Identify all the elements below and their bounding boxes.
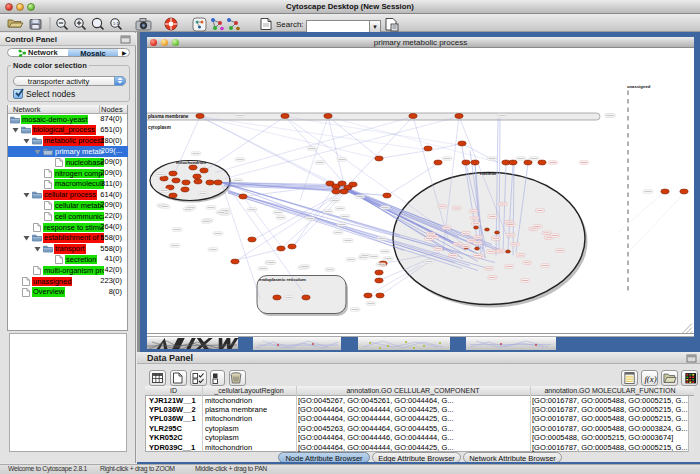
svg-text:endoplasmic reticulum: endoplasmic reticulum	[259, 277, 306, 282]
svg-text:1:1: 1:1	[113, 21, 119, 26]
svg-text:unassigned: unassigned	[627, 83, 651, 88]
svg-text:f(x): f(x)	[644, 374, 656, 384]
svg-text:Search:: Search:	[276, 20, 304, 29]
svg-text:cytoplasm: cytoplasm	[148, 125, 171, 130]
svg-text:plasma membrane: plasma membrane	[148, 113, 189, 118]
